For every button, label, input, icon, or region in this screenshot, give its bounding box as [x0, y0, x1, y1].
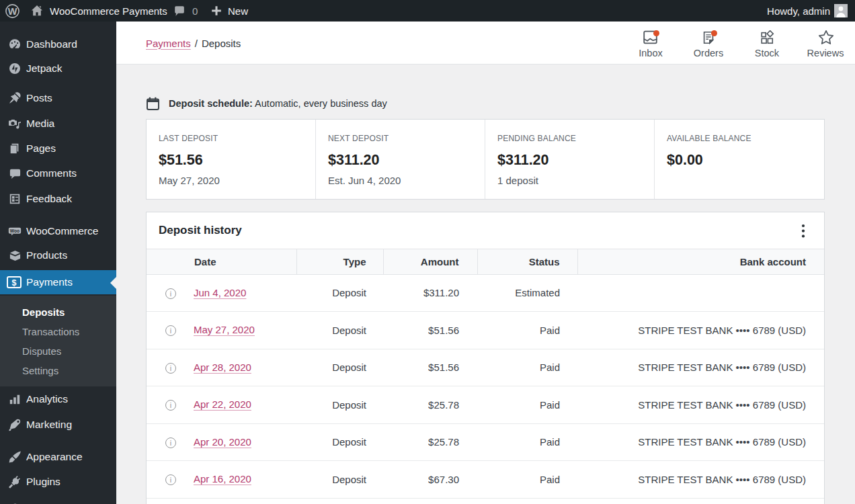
svg-text:Woo: Woo: [10, 228, 19, 233]
svg-text:W: W: [8, 5, 17, 16]
svg-text:$: $: [12, 278, 17, 288]
